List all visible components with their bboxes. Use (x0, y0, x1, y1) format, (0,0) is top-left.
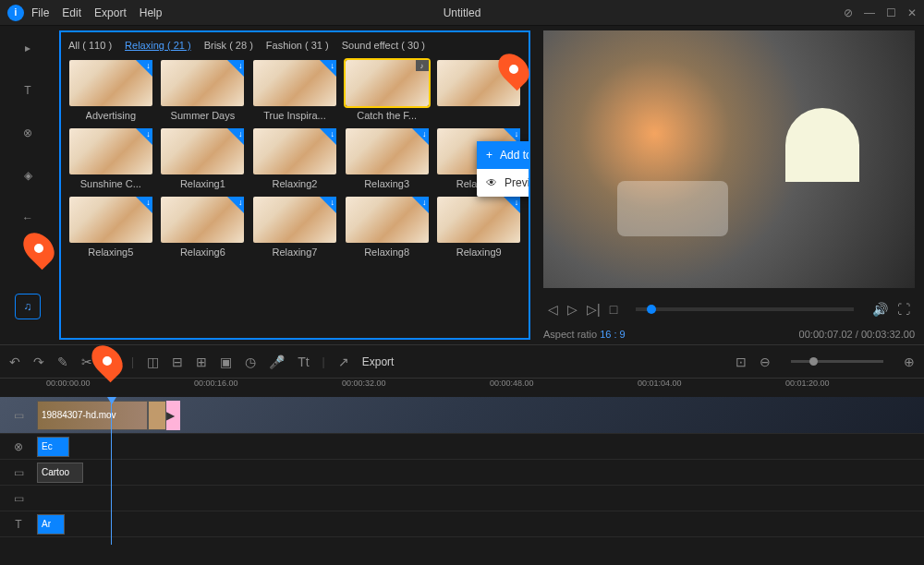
asset-item[interactable]: ↓Advertising (68, 60, 153, 121)
next-icon[interactable]: ▷| (587, 302, 601, 317)
category-tabs: All ( 110 ) Relaxing ( 21 ) Brisk ( 28 )… (68, 40, 521, 51)
edit-icon[interactable]: ✎ (57, 355, 68, 369)
asset-item[interactable]: ↓Relaxing3 (345, 128, 430, 189)
video-clip-2[interactable] (148, 401, 166, 430)
tab-brisk[interactable]: Brisk ( 28 ) (204, 40, 253, 51)
asset-grid: ↓Advertising↓Summer Days↓True Inspira...… (68, 60, 521, 258)
asset-item[interactable]: ↓Relaxing7 (252, 197, 337, 258)
fullscreen-icon[interactable]: ⛶ (897, 302, 910, 317)
playhead[interactable] (111, 397, 112, 545)
preview-info: Aspect ratio 16 : 9 00:00:07.02 / 00:03:… (543, 329, 915, 340)
time-ruler[interactable]: 00:00:00.00 00:00:16.00 00:00:32.00 00:0… (0, 379, 924, 397)
asset-item[interactable]: ↓Summer Days (161, 60, 246, 121)
video-track-icon[interactable]: ▭ (0, 409, 37, 422)
close-icon[interactable]: ✕ (907, 6, 917, 19)
ctx-preview[interactable]: 👁Preview (477, 169, 530, 197)
text-track[interactable]: ▭ Cartoo (0, 460, 924, 486)
minimize-icon[interactable]: — (864, 6, 875, 19)
subtitle-track-icon[interactable]: T (0, 518, 37, 531)
tab-relaxing[interactable]: Relaxing ( 21 ) (125, 40, 191, 51)
audio-track[interactable]: ▭ (0, 486, 924, 511)
undo-icon[interactable]: ↶ (9, 355, 20, 369)
window-buttons: ⊘ — ☐ ✕ (844, 6, 917, 19)
asset-item[interactable]: ↓Relaxing6 (161, 197, 246, 258)
timeline-panel: ↶ ↷ ✎ ✂ 🗑 | ◫ ⊟ ⊞ ▣ ◷ 🎤 Tt | ↗ Export ⊡ … (0, 344, 924, 565)
subtitle-track[interactable]: T Ar (0, 511, 924, 537)
annotation-marker-3 (94, 343, 120, 379)
audio-track-icon[interactable]: ▭ (0, 492, 37, 505)
overlay-icon[interactable]: ◈ (15, 162, 41, 188)
text-clip[interactable]: Cartoo (37, 463, 83, 483)
timeline-toolbar: ↶ ↷ ✎ ✂ 🗑 | ◫ ⊟ ⊞ ▣ ◷ 🎤 Tt | ↗ Export ⊡ … (0, 345, 924, 379)
redo-icon[interactable]: ↷ (33, 355, 44, 369)
fx-clip[interactable]: Ec (37, 437, 69, 457)
menu-bar: File Edit Export Help (31, 6, 162, 19)
menu-export[interactable]: Export (94, 6, 127, 19)
split-icon[interactable]: ⊟ (172, 355, 183, 369)
playback-controls: ◁ ▷ ▷| □ 🔊 ⛶ (543, 295, 915, 323)
preview-panel: ◁ ▷ ▷| □ 🔊 ⛶ Aspect ratio 16 : 9 00:00:0… (534, 26, 924, 344)
export-button[interactable]: Export (362, 355, 395, 368)
asset-item[interactable]: ♪Catch the F... (345, 60, 430, 121)
asset-item[interactable]: ↓Relaxing1 (161, 128, 246, 189)
titlebar: i File Edit Export Help Untitled ⊘ — ☐ ✕ (0, 0, 924, 26)
timeline-tracks: ▭ 19884307-hd.mov ▶ ⊗ Ec ▭ Cartoo ▭ T Ar (0, 397, 924, 545)
freeze-icon[interactable]: ▣ (220, 355, 232, 369)
zoom-in-icon[interactable]: ⊕ (904, 355, 915, 369)
zoom-out-icon[interactable]: ⊖ (760, 355, 771, 369)
fit-icon[interactable]: ⊡ (736, 355, 747, 369)
fx-track-icon[interactable]: ⊗ (0, 440, 37, 453)
mosaic-icon[interactable]: ⊞ (196, 355, 207, 369)
menu-edit[interactable]: Edit (62, 6, 81, 19)
tab-sound-effect[interactable]: Sound effect ( 30 ) (342, 40, 425, 51)
annotation-marker-2 (501, 52, 527, 87)
aspect-label: Aspect ratio (543, 329, 597, 340)
effects-track[interactable]: ⊗ Ec (0, 434, 924, 460)
video-track[interactable]: ▭ 19884307-hd.mov ▶ (0, 397, 924, 434)
stop-icon[interactable]: □ (610, 302, 617, 317)
voice-icon[interactable]: 🎤 (269, 355, 285, 369)
asset-item[interactable]: ↓Relaxing2 (252, 128, 337, 189)
asset-item[interactable]: ↓Relaxing9 (436, 197, 521, 258)
asset-item[interactable]: ↓Relaxing5 (68, 197, 153, 258)
menu-help[interactable]: Help (140, 6, 163, 19)
music-library: All ( 110 ) Relaxing ( 21 ) Brisk ( 28 )… (59, 30, 530, 340)
video-clip[interactable]: 19884307-hd.mov (37, 401, 148, 430)
transition[interactable]: ▶ (166, 401, 180, 430)
time-display: 00:00:07.02 / 00:03:32.00 (799, 329, 915, 340)
eye-icon: 👁 (486, 176, 497, 189)
tab-all[interactable]: All ( 110 ) (68, 40, 112, 51)
volume-icon[interactable]: 🔊 (872, 302, 888, 317)
ctx-add-to-project[interactable]: +Add to Project (477, 141, 530, 169)
back-icon[interactable]: ← (15, 205, 41, 231)
help-icon[interactable]: ⊘ (844, 6, 853, 19)
text-icon[interactable]: T (15, 78, 41, 103)
text-track-icon[interactable]: ▭ (0, 466, 37, 479)
seek-bar[interactable] (636, 307, 854, 311)
tab-fashion[interactable]: Fashion ( 31 ) (266, 40, 329, 51)
asset-item[interactable]: ↓True Inspira... (252, 60, 337, 121)
media-icon[interactable]: ▸ (15, 35, 41, 61)
video-preview[interactable] (543, 30, 915, 288)
tool-sidebar: ▸ T ⊗ ◈ ← ♫ (0, 26, 55, 344)
aspect-value[interactable]: 16 : 9 (600, 329, 626, 340)
crop-icon[interactable]: ◫ (147, 355, 159, 369)
filter-icon[interactable]: ⊗ (15, 120, 41, 146)
context-menu: +Add to Project 👁Preview (477, 141, 530, 197)
duration-icon[interactable]: ◷ (245, 355, 256, 369)
asset-item[interactable]: ↓Relaxing8 (345, 197, 430, 258)
app-logo: i (7, 5, 24, 21)
music-icon[interactable]: ♫ (15, 294, 41, 319)
prev-icon[interactable]: ◁ (548, 302, 558, 317)
plus-icon: + (486, 149, 492, 162)
subtitle-clip[interactable]: Ar (37, 514, 65, 535)
export-icon[interactable]: ↗ (338, 355, 349, 369)
zoom-slider[interactable] (791, 360, 883, 363)
asset-item[interactable]: ↓Sunshine C... (68, 128, 153, 189)
menu-file[interactable]: File (31, 6, 49, 19)
maximize-icon[interactable]: ☐ (886, 6, 896, 19)
text-tool-icon[interactable]: Tt (298, 355, 309, 369)
play-icon[interactable]: ▷ (567, 302, 578, 317)
annotation-marker-1 (26, 231, 52, 266)
window-title: Untitled (444, 6, 481, 19)
